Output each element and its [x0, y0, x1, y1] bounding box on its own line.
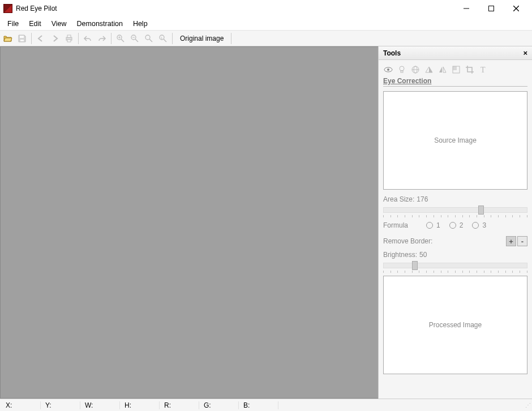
- undo-icon[interactable]: [81, 32, 95, 45]
- remove-border-plus-button[interactable]: +: [506, 236, 516, 246]
- bulb-icon[interactable]: [397, 65, 407, 75]
- status-r: R:: [160, 401, 199, 409]
- status-w: W:: [80, 401, 120, 409]
- formula-option-3[interactable]: 3: [472, 221, 486, 229]
- redo-icon[interactable]: [95, 32, 109, 45]
- original-image-button[interactable]: Original image: [175, 32, 229, 45]
- remove-border-label: Remove Border:: [383, 237, 432, 245]
- canvas-area[interactable]: [0, 46, 378, 399]
- brightness-row: Brightness: 50: [383, 251, 527, 259]
- app-icon: [3, 4, 12, 13]
- processed-image-label: Processed Image: [429, 321, 482, 329]
- status-x: X:: [1, 401, 41, 409]
- svg-point-22: [387, 68, 389, 71]
- forward-icon[interactable]: [48, 32, 62, 45]
- area-size-row: Area Size: 176: [383, 195, 527, 203]
- toolbar-separator: [231, 33, 231, 44]
- formula-option-2[interactable]: 2: [449, 221, 464, 229]
- back-icon[interactable]: [34, 32, 48, 45]
- formula-label: Formula: [383, 221, 408, 229]
- formula-row: Formula 1 2 3: [383, 221, 527, 229]
- source-image-label: Source Image: [434, 136, 477, 144]
- zoom-out-icon[interactable]: [128, 32, 141, 45]
- svg-rect-1: [489, 6, 494, 11]
- tools-panel-close-icon[interactable]: ×: [523, 49, 527, 57]
- title-bar: Red Eye Pilot: [0, 0, 532, 17]
- tools-panel-title: Tools: [383, 49, 401, 57]
- area-size-slider[interactable]: [383, 206, 527, 216]
- toolbar-separator: [78, 33, 79, 44]
- svg-line-19: [164, 39, 166, 42]
- menu-view[interactable]: View: [46, 18, 72, 30]
- menu-file[interactable]: File: [2, 18, 24, 30]
- minimize-button[interactable]: [454, 1, 479, 16]
- open-icon[interactable]: [1, 32, 15, 45]
- remove-border-row: Remove Border: + -: [383, 236, 527, 246]
- svg-rect-4: [20, 36, 24, 38]
- zoom-fit-icon[interactable]: [142, 32, 156, 45]
- zoom-in-icon[interactable]: [114, 32, 127, 45]
- save-icon[interactable]: [15, 32, 29, 45]
- flip-icon[interactable]: [437, 65, 448, 75]
- svg-rect-8: [67, 40, 71, 42]
- tools-panel-header: Tools ×: [379, 46, 532, 60]
- status-bar: X: Y: W: H: R: G: B: ⋰: [0, 399, 532, 411]
- resize-icon[interactable]: [451, 65, 461, 75]
- text-icon[interactable]: T: [478, 65, 488, 75]
- toolbar-separator: [111, 33, 111, 44]
- main-area: Tools × T Eye Correction Source Image Ar…: [0, 46, 532, 399]
- status-b: B:: [239, 401, 278, 409]
- svg-line-17: [149, 39, 152, 42]
- crop-icon[interactable]: [465, 65, 475, 75]
- window-title: Red Eye Pilot: [16, 5, 454, 12]
- eye-correction-icon[interactable]: [383, 65, 393, 75]
- zoom-actual-icon[interactable]: 1: [156, 32, 170, 45]
- svg-rect-29: [453, 66, 457, 70]
- area-size-value: 176: [417, 195, 428, 203]
- menu-demonstration[interactable]: Demonstration: [72, 18, 128, 30]
- processed-image-box: Processed Image: [383, 276, 527, 374]
- menu-edit[interactable]: Edit: [24, 18, 46, 30]
- brightness-value: 50: [419, 251, 427, 259]
- svg-point-23: [400, 66, 404, 71]
- brightness-slider[interactable]: [383, 261, 527, 271]
- menu-help[interactable]: Help: [128, 18, 153, 30]
- svg-text:T: T: [480, 66, 486, 74]
- globe-icon[interactable]: [410, 65, 421, 75]
- tool-category-row: T: [383, 63, 527, 77]
- status-g: G:: [199, 401, 239, 409]
- toolbar-separator: [31, 33, 32, 44]
- window-controls: [454, 1, 529, 16]
- remove-border-minus-button[interactable]: -: [517, 236, 527, 246]
- svg-line-14: [135, 39, 138, 42]
- contrast-icon[interactable]: [424, 65, 434, 75]
- svg-rect-24: [401, 71, 403, 72]
- area-size-label: Area Size:: [383, 195, 414, 203]
- menu-bar: File Edit View Demonstration Help: [0, 17, 532, 31]
- source-image-box: Source Image: [383, 91, 527, 190]
- resize-grip-icon[interactable]: ⋰: [525, 402, 530, 408]
- toolbar-separator: [172, 33, 173, 44]
- toolbar: 1 Original image: [0, 31, 532, 46]
- status-y: Y:: [41, 401, 80, 409]
- brightness-label: Brightness:: [383, 251, 417, 259]
- section-title: Eye Correction: [383, 77, 527, 87]
- maximize-button[interactable]: [479, 1, 504, 16]
- close-button[interactable]: [504, 1, 529, 16]
- formula-option-1[interactable]: 1: [426, 221, 440, 229]
- svg-line-10: [121, 39, 124, 42]
- status-h: H:: [120, 401, 160, 409]
- svg-rect-5: [20, 40, 24, 41]
- tools-panel-content: T Eye Correction Source Image Area Size:…: [379, 60, 532, 399]
- svg-point-16: [145, 35, 150, 40]
- svg-rect-7: [67, 35, 71, 37]
- tools-panel: Tools × T Eye Correction Source Image Ar…: [378, 46, 532, 399]
- print-icon[interactable]: [62, 32, 76, 45]
